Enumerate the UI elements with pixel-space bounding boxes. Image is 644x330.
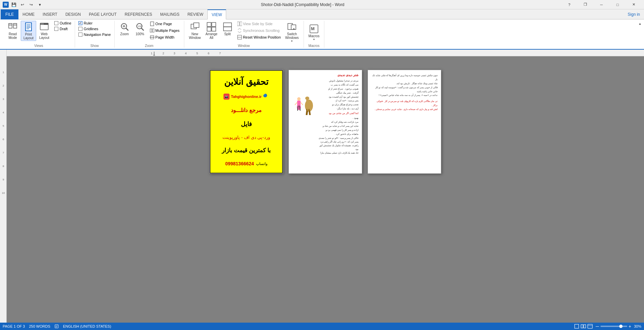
ribbon-group-zoom: Zoom 100 100% One Page Multiple Pages [115, 21, 184, 48]
svg-rect-24 [150, 29, 152, 32]
navpane-checkbox[interactable]: Navigation Pane [78, 32, 112, 37]
zoom-slider-thumb[interactable] [619, 325, 623, 328]
page2-poem-text: مردی در صحرا مشغول نانوش می گشت که ناگاه… [317, 79, 359, 155]
document-canvas[interactable]: تحقیق آنلاین 📷 Tahghighonline.ir 🔵 مرجع … [7, 56, 644, 323]
svg-point-15 [43, 24, 44, 24]
svg-rect-30 [207, 22, 211, 26]
tab-review[interactable]: REVIEW [183, 9, 207, 19]
tab-design[interactable]: DESIGN [61, 9, 85, 19]
zoom-out-button[interactable]: ─ [596, 324, 599, 329]
title-bar: W 💾 ↩ ↪ ▾ Shotor-Didi-Nadidi [Compatibil… [0, 0, 644, 9]
svg-rect-29 [194, 23, 199, 28]
split-button[interactable]: Split [220, 21, 235, 37]
show-checkboxes: ✓ Ruler Gridlines Navigation Pane [78, 21, 112, 43]
switch-windows-label: SwitchWindows [285, 32, 299, 40]
web-layout-button[interactable]: WebLayout [37, 21, 52, 40]
draft-checkbox-box [54, 27, 58, 31]
status-bar-right: ─ + 30% [574, 324, 641, 329]
svg-line-77 [301, 102, 303, 105]
macros-button[interactable]: M Macros ▾ [307, 23, 322, 42]
zoom-controls: ─ + 30% [596, 324, 641, 329]
sync-scrolling-button[interactable]: Synchronous Scrolling [236, 28, 282, 34]
full-reading-status-btn[interactable] [580, 324, 586, 329]
zoom-in-button[interactable]: + [629, 324, 631, 329]
tab-page-layout[interactable]: PAGE LAYOUT [85, 9, 121, 19]
page1-types: ورد-پی دی اف - پاورپوینت [222, 135, 270, 140]
page1-file-label: فایل [241, 120, 252, 128]
maximize-button[interactable]: □ [610, 0, 625, 9]
svg-rect-6 [25, 23, 31, 31]
outline-checkbox[interactable]: Outline [54, 21, 72, 25]
zoom-100-button[interactable]: 100 100% [133, 21, 147, 37]
page2-illustration [292, 89, 316, 155]
zoom-button[interactable]: Zoom [117, 21, 132, 37]
tab-insert[interactable]: INSERT [39, 9, 61, 19]
svg-text:1: 1 [151, 52, 152, 55]
view-side-by-side-button[interactable]: View Side by Side [236, 21, 282, 27]
zoom-100-icon: 100 [135, 21, 145, 32]
one-page-button[interactable]: One Page [148, 21, 181, 27]
multiple-pages-button[interactable]: Multiple Pages [148, 28, 181, 34]
navpane-checkbox-box [78, 33, 82, 37]
svg-text:1: 1 [3, 71, 4, 74]
arrange-all-button[interactable]: ArrangeAll [203, 21, 219, 40]
page1-title: تحقیق آنلاین [224, 77, 268, 87]
svg-line-71 [307, 111, 308, 115]
new-window-button[interactable]: NewWindow [187, 21, 203, 40]
sync-scrolling-label: Synchronous Scrolling [243, 29, 279, 33]
svg-rect-85 [584, 325, 586, 328]
ruler-corner [0, 50, 7, 56]
title-bar-controls: ? ❐ ─ □ ✕ [562, 0, 641, 9]
switch-windows-button[interactable]: SwitchWindows ▾ [283, 21, 301, 43]
draft-checkbox[interactable]: Draft [54, 26, 72, 31]
restore-button[interactable]: ❐ [578, 0, 593, 9]
web-layout-status-btn[interactable] [587, 324, 593, 329]
print-layout-button[interactable]: PrintLayout [21, 21, 36, 41]
page1-subtitle: مرجع دانلـــود [231, 107, 261, 113]
svg-rect-55 [0, 56, 7, 323]
read-mode-icon [7, 21, 18, 32]
show-group-label: Show [90, 44, 99, 48]
svg-text:100: 100 [138, 25, 142, 28]
reset-window-button[interactable]: Reset Window Position [236, 34, 282, 40]
gridlines-checkbox[interactable]: Gridlines [78, 26, 99, 31]
zoom-slider[interactable] [600, 326, 627, 327]
page2-poem-title: شتر دیدی ندیدی [292, 73, 359, 77]
page-width-button[interactable]: Page Width [148, 34, 181, 40]
tab-file[interactable]: FILE [1, 9, 18, 19]
read-mode-label: ReadMode [8, 32, 17, 40]
redo-quick-btn[interactable]: ↪ [27, 1, 35, 8]
minimize-button[interactable]: ─ [594, 0, 609, 9]
tab-home[interactable]: HOME [18, 9, 39, 19]
customize-quick-btn[interactable]: ▾ [36, 1, 44, 8]
view-mode-buttons [574, 324, 593, 329]
svg-text:9: 9 [3, 178, 4, 181]
view-side-by-side-label: View Side by Side [243, 22, 272, 26]
web-layout-label: WebLayout [39, 32, 49, 40]
save-quick-btn[interactable]: 💾 [10, 1, 17, 8]
svg-line-72 [310, 111, 310, 115]
ruler-label: Ruler [84, 21, 92, 25]
doc-area: 1 2 3 4 5 6 7 8 9 10 تحقیق آنلاین 📷 Tahg… [0, 56, 644, 323]
ribbon-collapse-button[interactable]: ▲ [637, 21, 643, 26]
ruler-checkbox[interactable]: ✓ Ruler [78, 21, 93, 25]
tab-references[interactable]: REFERENCES [121, 9, 156, 19]
print-layout-label: PrintLayout [23, 33, 34, 40]
ribbon-tabs: FILE HOME INSERT DESIGN PAGE LAYOUT REFE… [0, 9, 644, 19]
arrange-all-label: ArrangeAll [205, 32, 217, 40]
page1-whatsapp: واتساپ [256, 162, 267, 166]
tab-view[interactable]: VIEW [207, 9, 227, 19]
close-button[interactable]: ✕ [626, 0, 641, 9]
print-layout-status-btn[interactable] [574, 324, 580, 329]
window-buttons: NewWindow ArrangeAll Split View Side by … [187, 21, 301, 43]
sign-in-link[interactable]: Sign in [624, 12, 644, 17]
svg-point-73 [297, 97, 301, 101]
tab-mailings[interactable]: MAILINGS [156, 9, 183, 19]
svg-text:3: 3 [174, 52, 175, 55]
undo-quick-btn[interactable]: ↩ [19, 1, 26, 8]
split-label: Split [224, 32, 231, 36]
page3-text: چون چکش ثمینی جوسیه داره وما زرین ای آهن… [371, 73, 438, 111]
svg-text:M: M [311, 26, 315, 31]
help-button[interactable]: ? [562, 0, 577, 9]
read-mode-button[interactable]: ReadMode [5, 21, 20, 40]
